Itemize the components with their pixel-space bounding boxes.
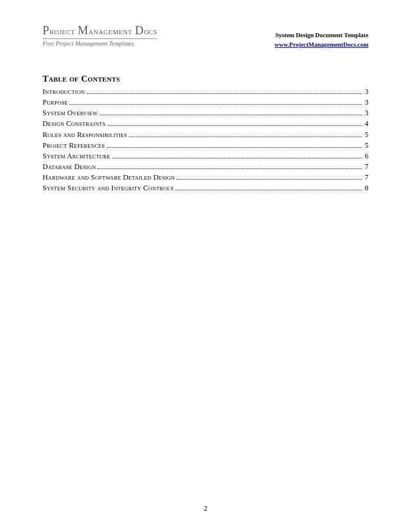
toc-entry-label: Hardware and Software Detailed Design — [43, 172, 175, 183]
toc-entry: Introduction 3 — [43, 86, 368, 97]
toc-dots — [112, 158, 362, 158]
toc-dots — [107, 125, 362, 126]
toc-entry-page: 6 — [364, 151, 368, 161]
toc-dots — [97, 168, 361, 169]
document-page: Project Management Docs Free Project Man… — [0, 0, 411, 532]
toc-entry-label: Database Design — [43, 161, 96, 172]
toc-entry-page: 7 — [364, 161, 368, 172]
toc-dots — [129, 137, 362, 137]
toc-dots — [177, 179, 362, 180]
toc-dots — [175, 190, 362, 190]
toc-entry: Hardware and Software Detailed Design 7 — [43, 172, 368, 183]
toc-entry-label: Purpose — [43, 97, 68, 108]
toc-entry: Purpose 3 — [43, 97, 368, 108]
toc-entry: System Overview 3 — [43, 108, 368, 118]
toc-entry: Project References 5 — [43, 140, 368, 151]
toc-list: Introduction 3 Purpose 3 System Overview… — [43, 86, 368, 193]
toc-entry-label: Project References — [43, 140, 105, 151]
page-number: 2 — [0, 504, 411, 513]
toc-entry: Roles and Responsibilities 5 — [43, 129, 368, 140]
toc-dots — [70, 104, 362, 105]
toc-dots — [87, 93, 362, 94]
toc-entry: System Security and Integrity Controls 8 — [43, 183, 368, 193]
toc-entry-page: 8 — [364, 183, 368, 193]
toc-entry: System Architecture 6 — [43, 151, 368, 161]
toc-entry-page: 3 — [364, 108, 368, 118]
toc-entry-label: System Overview — [43, 108, 97, 118]
doc-meta: System Design Document Template www.Proj… — [275, 32, 368, 49]
brand-subtitle: Free Project Management Templates — [43, 38, 157, 47]
toc-entry-label: System Architecture — [43, 151, 110, 161]
toc-entry-page: 5 — [364, 140, 368, 151]
toc-entry-page: 3 — [364, 97, 368, 108]
toc-entry-page: 4 — [364, 118, 368, 129]
toc-entry: Design Constraints 4 — [43, 118, 368, 129]
toc-entry-page: 3 — [364, 86, 368, 97]
toc-entry-page: 5 — [364, 129, 368, 140]
toc-entry-label: System Security and Integrity Controls — [43, 183, 174, 193]
toc-entry: Database Design 7 — [43, 161, 368, 172]
brand-block: Project Management Docs Free Project Man… — [43, 24, 157, 47]
toc-entry-label: Roles and Responsibilities — [43, 129, 127, 140]
page-header: Project Management Docs Free Project Man… — [43, 24, 368, 49]
toc-dots — [99, 115, 361, 115]
brand-title: Project Management Docs — [43, 24, 157, 37]
toc-entry-page: 7 — [364, 172, 368, 183]
toc-heading: Table of Contents — [43, 74, 368, 84]
doc-meta-link[interactable]: www.ProjectManagementDocs.com — [275, 41, 368, 48]
toc-entry-label: Introduction — [43, 86, 85, 97]
toc-entry-label: Design Constraints — [43, 118, 106, 129]
toc-dots — [107, 147, 362, 148]
doc-meta-title: System Design Document Template — [275, 32, 368, 38]
